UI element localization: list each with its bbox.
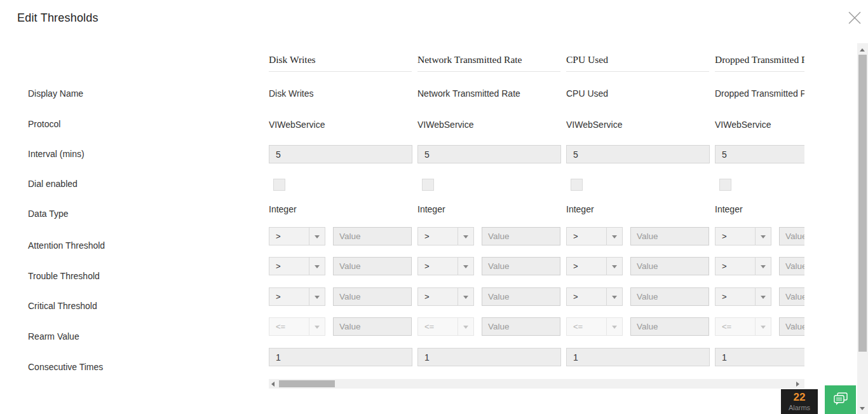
attention-threshold-row: >: [715, 227, 804, 245]
display-name-value: Dropped Transmitted Pac: [715, 88, 804, 99]
rearm-value-input[interactable]: [630, 317, 709, 336]
consecutive-times-input[interactable]: [715, 348, 804, 366]
rearm-value-row: <=: [715, 317, 804, 336]
chevron-down-icon: [458, 318, 473, 335]
attention-value-input[interactable]: [779, 227, 804, 245]
rearm-value-input[interactable]: [482, 317, 560, 336]
trouble-operator-select[interactable]: >: [269, 257, 325, 275]
attention-value-input[interactable]: [630, 227, 709, 245]
consecutive-times-input[interactable]: [417, 348, 561, 366]
dial-enabled-checkbox[interactable]: [273, 179, 285, 191]
dial-enabled-checkbox[interactable]: [719, 179, 731, 191]
alarms-label: Alarms: [781, 404, 818, 411]
interval-input[interactable]: [566, 145, 710, 163]
dial-enabled-checkbox[interactable]: [422, 179, 434, 191]
critical-value-input[interactable]: [630, 287, 709, 306]
trouble-value-input[interactable]: [779, 257, 804, 275]
rearm-operator-select: <=: [417, 317, 474, 336]
field-label-attention-threshold: Attention Threshold: [28, 240, 105, 251]
scroll-down-icon[interactable]: [860, 407, 865, 410]
protocol-value: VIWebService: [566, 120, 622, 130]
column-header: Network Transmitted Rate: [417, 54, 560, 72]
trouble-operator-select[interactable]: >: [566, 257, 623, 275]
trouble-value-input[interactable]: [482, 257, 560, 275]
consecutive-times-input[interactable]: [269, 348, 412, 366]
column-header: CPU Used: [566, 54, 709, 72]
page-title: Edit Thresholds: [17, 11, 98, 25]
critical-operator-select[interactable]: >: [566, 287, 623, 306]
field-label-protocol: Protocol: [28, 119, 60, 129]
attention-threshold-row: >: [269, 227, 414, 245]
trouble-operator-select[interactable]: >: [417, 257, 474, 275]
attention-threshold-row: >: [566, 227, 711, 245]
chevron-down-icon: [606, 228, 622, 245]
data-type-value: Integer: [715, 204, 743, 214]
chevron-down-icon: [606, 318, 622, 335]
vertical-scrollbar[interactable]: [857, 43, 868, 414]
interval-input[interactable]: [417, 145, 561, 163]
attention-operator-select[interactable]: >: [566, 227, 623, 245]
consecutive-times-input[interactable]: [566, 348, 710, 366]
attention-operator-select[interactable]: >: [417, 227, 474, 245]
interval-input[interactable]: [269, 145, 412, 163]
attention-value-input[interactable]: [482, 227, 560, 245]
trouble-threshold-row: >: [269, 257, 414, 275]
field-label-critical-threshold: Critical Threshold: [28, 301, 97, 311]
field-label-display-name: Display Name: [28, 88, 83, 99]
field-label-trouble-threshold: Trouble Threshold: [28, 271, 100, 281]
chevron-down-icon: [309, 258, 325, 275]
interval-input[interactable]: [715, 145, 804, 163]
attention-threshold-row: >: [417, 227, 562, 245]
chat-bubbles-icon: [832, 390, 850, 410]
attention-value-input[interactable]: [333, 227, 412, 245]
rearm-value-row: <=: [417, 317, 562, 336]
display-name-value: Disk Writes: [269, 88, 314, 99]
field-label-data-type: Data Type: [28, 209, 69, 219]
rearm-value-input[interactable]: [779, 317, 804, 336]
critical-operator-select[interactable]: >: [715, 287, 771, 306]
attention-operator-select[interactable]: >: [269, 227, 325, 245]
horizontal-scrollbar[interactable]: [269, 379, 804, 389]
display-name-value: CPU Used: [566, 88, 608, 99]
critical-value-input[interactable]: [482, 287, 560, 306]
trouble-value-input[interactable]: [630, 257, 709, 275]
thresholds-grid: Disk Writes Disk Writes VIWebService Int…: [269, 51, 804, 376]
rearm-value-row: <=: [566, 317, 711, 336]
chevron-down-icon: [606, 288, 622, 305]
protocol-value: VIWebService: [715, 120, 771, 130]
trouble-operator-select[interactable]: >: [715, 257, 771, 275]
chevron-down-icon: [458, 258, 473, 275]
critical-value-input[interactable]: [779, 287, 804, 306]
trouble-value-input[interactable]: [333, 257, 412, 275]
critical-operator-select[interactable]: >: [269, 287, 325, 306]
display-name-value: Network Transmitted Rate: [417, 88, 520, 99]
data-type-value: Integer: [417, 204, 445, 214]
critical-operator-select[interactable]: >: [417, 287, 474, 306]
alarms-badge[interactable]: 22 Alarms: [781, 389, 818, 414]
rearm-operator-select: <=: [566, 317, 623, 336]
scroll-left-icon[interactable]: [271, 382, 275, 387]
dial-enabled-checkbox[interactable]: [571, 179, 583, 191]
field-label-interval: Interval (mins): [28, 149, 85, 159]
vertical-scrollbar-thumb[interactable]: [858, 55, 867, 352]
attention-operator-select[interactable]: >: [715, 227, 771, 245]
rearm-value-row: <=: [269, 317, 414, 336]
critical-value-input[interactable]: [333, 287, 412, 306]
scroll-up-icon[interactable]: [860, 48, 865, 52]
chevron-down-icon: [606, 258, 622, 275]
chevron-down-icon: [755, 288, 771, 305]
trouble-threshold-row: >: [417, 257, 562, 275]
field-label-rearm-value: Rearm Value: [28, 331, 79, 342]
scroll-right-icon[interactable]: [796, 382, 799, 387]
critical-threshold-row: >: [269, 287, 414, 306]
close-icon[interactable]: [847, 10, 862, 25]
chevron-down-icon: [309, 228, 325, 245]
horizontal-scrollbar-thumb[interactable]: [279, 380, 335, 387]
rearm-value-input[interactable]: [333, 317, 412, 336]
metric-column-network-transmitted-rate: Network Transmitted Rate Network Transmi…: [417, 51, 562, 376]
critical-threshold-row: >: [566, 287, 711, 306]
chevron-down-icon: [458, 228, 473, 245]
chevron-down-icon: [755, 228, 771, 245]
chat-button[interactable]: [825, 385, 856, 414]
metric-column-dropped-transmitted-packets: Dropped Transmitted P Dropped Transmitte…: [715, 51, 804, 376]
